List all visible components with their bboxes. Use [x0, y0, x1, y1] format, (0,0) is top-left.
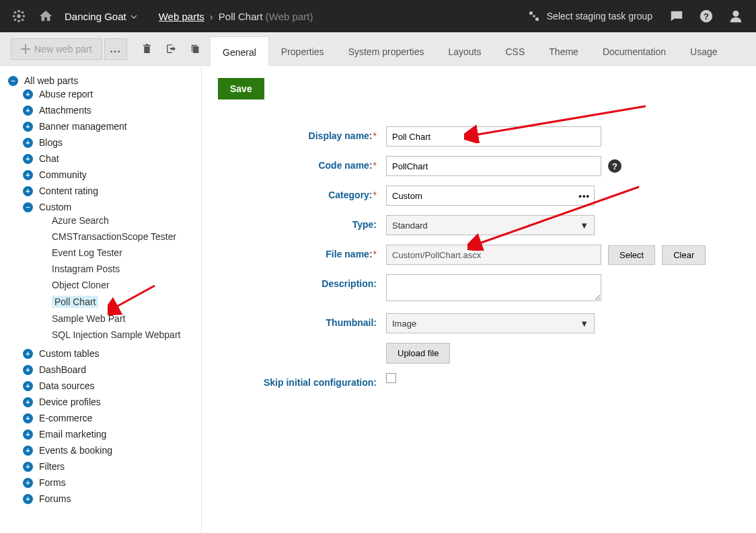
- export-icon[interactable]: [159, 43, 184, 54]
- chevron-down-icon: [130, 11, 137, 22]
- tree-node[interactable]: +Chat: [23, 151, 201, 167]
- tree-node[interactable]: +Attachments: [23, 102, 201, 118]
- description-label: Description:: [322, 278, 377, 289]
- tree-leaf-label: Azure Search: [52, 215, 109, 226]
- tree-node[interactable]: +Data sources: [23, 378, 201, 394]
- home-icon[interactable]: [32, 0, 59, 32]
- tree-node[interactable]: +Community: [23, 167, 201, 183]
- tree-leaf[interactable]: Azure Search: [52, 212, 201, 229]
- expand-icon[interactable]: +: [23, 138, 33, 148]
- staging-selector[interactable]: Select staging task group: [519, 10, 662, 22]
- expand-icon[interactable]: +: [23, 381, 33, 391]
- tab-css[interactable]: CSS: [494, 36, 537, 65]
- expand-icon[interactable]: +: [23, 429, 33, 440]
- description-textarea[interactable]: [386, 274, 601, 301]
- help-icon[interactable]: ?: [608, 159, 621, 173]
- staging-label: Select staging task group: [547, 11, 652, 22]
- tree-node[interactable]: +DashBoard: [23, 362, 201, 378]
- file-name-input[interactable]: [386, 245, 601, 265]
- expand-icon[interactable]: +: [23, 365, 33, 375]
- tree-leaf[interactable]: Object Cloner: [52, 277, 201, 293]
- thumbnail-value: Image: [392, 319, 416, 329]
- tab-general[interactable]: General: [210, 36, 269, 66]
- expand-icon[interactable]: +: [23, 349, 33, 359]
- svg-rect-9: [529, 11, 533, 15]
- tree-node-label: Events & booking: [39, 445, 112, 456]
- breadcrumb-current: Poll Chart: [219, 11, 263, 22]
- tree-node-label: Data sources: [39, 380, 94, 391]
- expand-icon[interactable]: +: [23, 186, 33, 196]
- tree-node[interactable]: +Forms: [23, 475, 201, 491]
- tree-leaf[interactable]: Sample Web Part: [52, 311, 201, 327]
- tree-node[interactable]: +Forums: [23, 491, 201, 507]
- expand-icon[interactable]: +: [23, 154, 33, 164]
- tab-documentation[interactable]: Documentation: [591, 36, 678, 65]
- tree-root-node[interactable]: – All web parts: [8, 75, 201, 86]
- tree-node[interactable]: +Blogs: [23, 134, 201, 151]
- upload-file-button[interactable]: Upload file: [386, 343, 450, 364]
- tree-node[interactable]: +Filters: [23, 458, 201, 475]
- tree-leaf-label: Poll Chart: [52, 296, 98, 308]
- tree-node-label: Abuse report: [39, 89, 93, 99]
- expand-icon[interactable]: +: [23, 122, 33, 132]
- app-logo-icon[interactable]: [5, 0, 32, 32]
- breadcrumb-root[interactable]: Web parts: [159, 11, 204, 22]
- skip-checkbox[interactable]: [386, 373, 396, 383]
- tree-node-custom[interactable]: – Custom: [23, 202, 201, 212]
- tree-leaf[interactable]: SQL Injection Sample Webpart: [52, 327, 201, 343]
- category-selector[interactable]: Custom •••: [386, 186, 595, 206]
- expand-icon[interactable]: +: [23, 478, 33, 488]
- tree-leaf[interactable]: Poll Chart: [52, 293, 201, 311]
- expand-icon[interactable]: +: [23, 89, 33, 99]
- display-name-input[interactable]: [386, 126, 601, 147]
- help-icon[interactable]: ?: [691, 0, 721, 32]
- user-icon[interactable]: [721, 0, 751, 32]
- collapse-icon[interactable]: –: [8, 76, 18, 86]
- expand-icon[interactable]: +: [23, 494, 33, 504]
- tab-usage[interactable]: Usage: [678, 36, 729, 65]
- expand-icon[interactable]: +: [23, 170, 33, 180]
- delete-icon[interactable]: [135, 43, 159, 54]
- expand-icon[interactable]: +: [23, 446, 33, 456]
- tree-leaf[interactable]: Instagram Posts: [52, 261, 201, 277]
- save-button[interactable]: Save: [218, 78, 264, 99]
- tree-leaf-label: Sample Web Part: [52, 313, 125, 324]
- collapse-icon[interactable]: –: [23, 202, 33, 212]
- tree-leaf[interactable]: CMSTransactionScope Tester: [52, 229, 201, 245]
- type-select[interactable]: Standard ▼: [386, 215, 595, 235]
- code-name-input[interactable]: [386, 156, 601, 176]
- tab-layouts[interactable]: Layouts: [436, 36, 493, 65]
- chat-icon[interactable]: [662, 0, 691, 32]
- clear-file-button[interactable]: Clear: [662, 245, 706, 265]
- tree-node[interactable]: +Custom tables: [23, 345, 201, 362]
- tree-node[interactable]: +Events & booking: [23, 442, 201, 458]
- expand-icon[interactable]: +: [23, 413, 33, 423]
- tab-system-properties[interactable]: System properties: [336, 36, 437, 65]
- thumbnail-select[interactable]: Image ▼: [386, 313, 595, 333]
- tree-node[interactable]: +Email marketing: [23, 426, 201, 442]
- tree-leaf-label: SQL Injection Sample Webpart: [52, 329, 180, 340]
- select-file-button[interactable]: Select: [608, 245, 655, 265]
- new-web-part-button[interactable]: New web part: [11, 38, 102, 60]
- expand-icon[interactable]: +: [23, 462, 33, 472]
- tree-node[interactable]: +Content rating: [23, 183, 201, 199]
- expand-icon[interactable]: +: [23, 106, 33, 116]
- site-selector[interactable]: Dancing Goat: [59, 0, 148, 32]
- tree-node[interactable]: +Device profiles: [23, 394, 201, 410]
- tree-node-label: Forms: [39, 477, 66, 488]
- svg-point-8: [22, 19, 24, 22]
- sidebar-tree: – All web parts +Abuse report+Attachment…: [0, 66, 202, 533]
- caret-down-icon: ▼: [580, 220, 589, 231]
- svg-point-14: [732, 11, 739, 17]
- tree-node-label: Custom tables: [39, 348, 99, 359]
- ellipsis-icon: •••: [578, 191, 590, 201]
- tab-theme[interactable]: Theme: [537, 36, 591, 65]
- tree-node[interactable]: +Banner management: [23, 118, 201, 134]
- expand-icon[interactable]: +: [23, 397, 33, 407]
- svg-rect-11: [533, 15, 535, 17]
- tree-node[interactable]: +Abuse report: [23, 86, 201, 102]
- more-button[interactable]: ...: [104, 38, 127, 60]
- tab-properties[interactable]: Properties: [269, 36, 336, 65]
- tree-node[interactable]: +E-commerce: [23, 410, 201, 426]
- tree-leaf[interactable]: Event Log Tester: [52, 245, 201, 261]
